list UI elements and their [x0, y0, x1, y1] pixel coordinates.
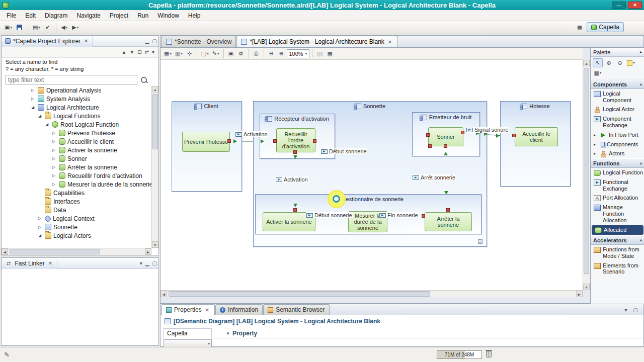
menu-help[interactable]: Help: [184, 11, 205, 20]
function-port[interactable]: [444, 144, 447, 148]
save-button[interactable]: [15, 23, 25, 33]
function-port[interactable]: [422, 214, 425, 218]
expander-icon[interactable]: ◢: [37, 114, 43, 118]
flow-port-icon[interactable]: [233, 139, 237, 143]
new-wizard-button[interactable]: ▣▾: [3, 23, 14, 33]
export-image-icon[interactable]: ▣: [226, 49, 236, 58]
function-arreter-sonnerie[interactable]: Arrêter la sonnerie: [425, 212, 472, 231]
exchange-label-debut-2[interactable]: Début sonnerie: [306, 212, 353, 218]
open-perspective-button[interactable]: ▦: [575, 22, 585, 32]
maximize-view-icon[interactable]: ▢: [632, 307, 639, 313]
function-port[interactable]: [313, 139, 316, 143]
flow-port-icon[interactable]: [444, 152, 448, 155]
exchange-label-fin[interactable]: Fin sonnerie: [379, 212, 419, 218]
highlighted-port-icon[interactable]: [333, 195, 340, 203]
minimize-view-icon[interactable]: ▁: [144, 38, 151, 44]
scroll-left-icon[interactable]: ◀: [2, 248, 8, 255]
exchange-label-debut-1[interactable]: Début sonnerie: [320, 148, 367, 154]
exchange-label-arret[interactable]: Arrêt sonnerie: [412, 174, 456, 180]
tree-item-capabilities[interactable]: Capabilities: [2, 189, 151, 197]
tree-item-root-logical-function[interactable]: ◢Root Logical Function: [2, 120, 151, 129]
snapshot-icon[interactable]: ◫: [315, 49, 325, 58]
zoom-out-tool-icon[interactable]: ⊖: [615, 58, 625, 67]
select-mode-icon[interactable]: ▢▾: [200, 49, 210, 58]
palette-item-manage-function-allocation[interactable]: Manage Function Allocation: [591, 203, 644, 225]
close-view-icon[interactable]: ✕: [47, 260, 53, 266]
close-button[interactable]: ✕: [628, 2, 642, 9]
function-port[interactable]: [293, 150, 297, 154]
function-sonner[interactable]: Sonner: [428, 127, 463, 146]
minimize-button[interactable]: —: [612, 2, 626, 9]
tab-properties[interactable]: Properties ✕: [162, 304, 215, 315]
function-port[interactable]: [227, 139, 231, 143]
palette-item-logical-actor[interactable]: Logical Actor: [591, 105, 644, 114]
zoom-out-icon[interactable]: ⊖: [267, 49, 276, 58]
tab-semantic-browser[interactable]: Semantic Browser: [263, 304, 329, 315]
function-port[interactable]: [461, 131, 464, 134]
validate-button[interactable]: ✔: [43, 23, 53, 33]
tree-item-interfaces[interactable]: Interfaces: [2, 197, 151, 206]
exchange-label-signal[interactable]: Signal sonore: [466, 127, 509, 133]
exchange-label-activation-1[interactable]: Activation: [235, 131, 268, 137]
close-tab-icon[interactable]: ✕: [204, 307, 210, 313]
flow-port-icon[interactable]: [496, 134, 500, 138]
expander-icon[interactable]: ◢: [44, 122, 50, 127]
tree-item-data[interactable]: Data: [2, 206, 151, 214]
tab-lab-logical-system[interactable]: *[LAB] Logical System - Logical Architec…: [236, 36, 397, 47]
copy-image-icon[interactable]: ⧉: [236, 49, 246, 58]
search-icon[interactable]: [140, 76, 147, 83]
function-prevenir-hotesse[interactable]: Prévenir l'hotesse: [182, 132, 230, 152]
expander-icon[interactable]: ▷: [51, 139, 57, 144]
fast-linker-tab[interactable]: ⇄ Fast Linker ✕: [2, 258, 57, 269]
print-icon[interactable]: ⎙: [252, 49, 261, 58]
maximize-view-icon[interactable]: ▢: [151, 260, 158, 266]
palette-item-logical-function[interactable]: Logical Function: [591, 168, 644, 177]
view-menu-icon[interactable]: ▾: [152, 49, 154, 55]
menu-diagram[interactable]: Diagram: [40, 11, 72, 20]
property-section-header[interactable]: ▼ Property: [226, 330, 257, 337]
view-menu-icon[interactable]: ▾: [623, 307, 629, 313]
editor-horizontal-scrollbar[interactable]: ◀ ▶: [160, 290, 583, 297]
scroll-left-icon[interactable]: ◀: [160, 291, 167, 297]
expander-icon[interactable]: ▷: [37, 216, 43, 221]
zoom-in-icon[interactable]: ⊕: [277, 49, 286, 58]
expander-icon[interactable]: ▷: [30, 97, 36, 101]
filter-input[interactable]: [6, 75, 137, 84]
garbage-collect-icon[interactable]: [486, 351, 492, 357]
function-port[interactable]: [273, 139, 277, 143]
scroll-down-icon[interactable]: ▼: [152, 241, 158, 248]
view-menu-icon[interactable]: ▾: [138, 260, 144, 266]
palette-item-components[interactable]: ▸Components: [591, 140, 644, 149]
project-explorer-tab[interactable]: *Capella Project Explorer ✕: [2, 36, 93, 47]
tree-item-sonner[interactable]: ▷Sonner: [2, 154, 151, 163]
arrange-all-icon[interactable]: ▦▾: [163, 49, 173, 58]
close-view-icon[interactable]: ✕: [83, 38, 89, 44]
tree-item-operational-analysis[interactable]: ▷Operational Analysis: [2, 86, 151, 95]
function-port[interactable]: [512, 134, 516, 137]
flow-port-icon[interactable]: [293, 204, 297, 207]
exchange-label-activation-2[interactable]: Activation: [275, 176, 308, 183]
tree-item-arreter-sonnerie[interactable]: ▷Arrêter la sonnerie: [2, 163, 151, 171]
maximize-view-icon[interactable]: ▢: [151, 38, 158, 44]
expander-icon[interactable]: ▷: [30, 88, 36, 93]
tree-item-logical-context[interactable]: ▷Logical Context: [2, 214, 151, 223]
palette-item-in-flow-port[interactable]: ▸In Flow Port: [591, 130, 644, 140]
heap-status[interactable]: 71M of 248M: [437, 350, 482, 359]
palette-section-functions[interactable]: Functions▴: [591, 158, 644, 168]
tree-item-sonnette[interactable]: ▷Sonnette: [2, 223, 151, 231]
scroll-right-icon[interactable]: ▶: [145, 248, 151, 255]
tree-item-mesurer-duree[interactable]: ▷Mesurer la durée de la sonnerie: [2, 180, 151, 189]
menu-project[interactable]: Project: [105, 11, 133, 20]
scroll-down-icon[interactable]: ▼: [583, 284, 590, 290]
tab-sonnette-overview[interactable]: *Sonnette - Overview: [162, 36, 236, 47]
expander-icon[interactable]: ▷: [51, 148, 57, 152]
palette-item-functions-from-mode[interactable]: Functions from Mode / State: [591, 245, 644, 260]
function-port[interactable]: [293, 208, 297, 212]
palette-section-accelerators[interactable]: Accelerators▴: [591, 235, 644, 245]
perspective-capella-button[interactable]: Capella: [587, 22, 624, 32]
explorer-horizontal-scrollbar[interactable]: ◀ ▶: [2, 248, 151, 255]
minimize-view-icon[interactable]: ▁: [144, 260, 151, 266]
flow-port-icon[interactable]: [293, 155, 297, 159]
previous-icon[interactable]: ▲: [121, 49, 126, 55]
tree-item-activer-sonnerie[interactable]: ▷Activer la sonnerie: [2, 146, 151, 154]
